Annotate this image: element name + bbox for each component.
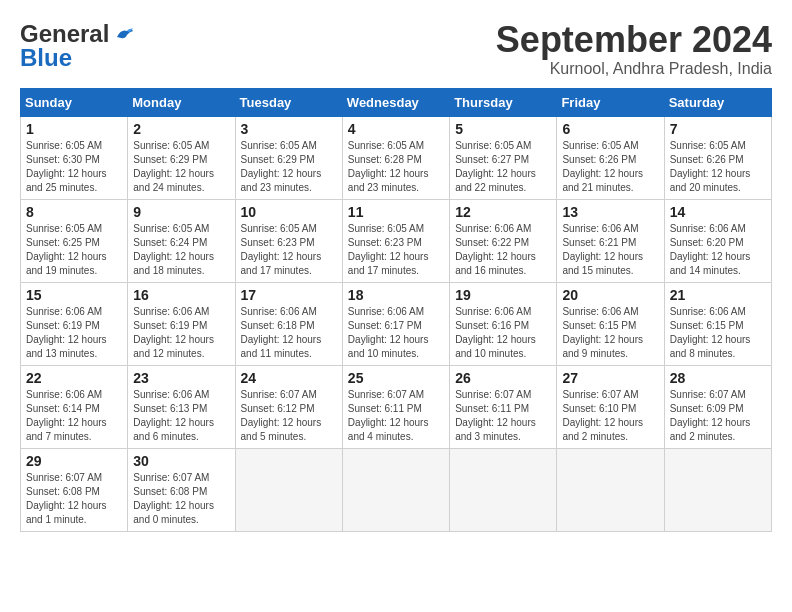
day-number: 21 [670,287,766,303]
calendar-cell: 9 Sunrise: 6:05 AM Sunset: 6:24 PM Dayli… [128,199,235,282]
logo-bird-icon [113,23,135,45]
day-info: Sunrise: 6:06 AM Sunset: 6:19 PM Dayligh… [26,306,107,359]
calendar-cell: 20 Sunrise: 6:06 AM Sunset: 6:15 PM Dayl… [557,282,664,365]
day-number: 10 [241,204,337,220]
day-info: Sunrise: 6:05 AM Sunset: 6:23 PM Dayligh… [241,223,322,276]
col-sunday: Sunday [21,88,128,116]
day-number: 2 [133,121,229,137]
day-info: Sunrise: 6:05 AM Sunset: 6:26 PM Dayligh… [562,140,643,193]
calendar-cell: 25 Sunrise: 6:07 AM Sunset: 6:11 PM Dayl… [342,365,449,448]
day-info: Sunrise: 6:05 AM Sunset: 6:29 PM Dayligh… [241,140,322,193]
day-number: 19 [455,287,551,303]
calendar-cell: 11 Sunrise: 6:05 AM Sunset: 6:23 PM Dayl… [342,199,449,282]
col-wednesday: Wednesday [342,88,449,116]
calendar-cell: 16 Sunrise: 6:06 AM Sunset: 6:19 PM Dayl… [128,282,235,365]
day-number: 13 [562,204,658,220]
calendar-cell: 2 Sunrise: 6:05 AM Sunset: 6:29 PM Dayli… [128,116,235,199]
day-info: Sunrise: 6:05 AM Sunset: 6:29 PM Dayligh… [133,140,214,193]
day-number: 3 [241,121,337,137]
day-number: 23 [133,370,229,386]
day-number: 11 [348,204,444,220]
day-number: 7 [670,121,766,137]
day-info: Sunrise: 6:06 AM Sunset: 6:15 PM Dayligh… [670,306,751,359]
day-info: Sunrise: 6:07 AM Sunset: 6:12 PM Dayligh… [241,389,322,442]
day-number: 28 [670,370,766,386]
calendar-cell: 14 Sunrise: 6:06 AM Sunset: 6:20 PM Dayl… [664,199,771,282]
day-number: 27 [562,370,658,386]
page-container: General Blue September 2024 Kurnool, And… [20,20,772,532]
day-info: Sunrise: 6:06 AM Sunset: 6:18 PM Dayligh… [241,306,322,359]
calendar-cell: 23 Sunrise: 6:06 AM Sunset: 6:13 PM Dayl… [128,365,235,448]
col-tuesday: Tuesday [235,88,342,116]
day-info: Sunrise: 6:06 AM Sunset: 6:21 PM Dayligh… [562,223,643,276]
day-number: 5 [455,121,551,137]
col-saturday: Saturday [664,88,771,116]
calendar-body: 1 Sunrise: 6:05 AM Sunset: 6:30 PM Dayli… [21,116,772,531]
day-info: Sunrise: 6:06 AM Sunset: 6:13 PM Dayligh… [133,389,214,442]
calendar-table: Sunday Monday Tuesday Wednesday Thursday… [20,88,772,532]
calendar-cell [235,448,342,531]
calendar-cell: 17 Sunrise: 6:06 AM Sunset: 6:18 PM Dayl… [235,282,342,365]
calendar-cell: 21 Sunrise: 6:06 AM Sunset: 6:15 PM Dayl… [664,282,771,365]
day-info: Sunrise: 6:05 AM Sunset: 6:25 PM Dayligh… [26,223,107,276]
day-number: 16 [133,287,229,303]
day-number: 24 [241,370,337,386]
day-info: Sunrise: 6:07 AM Sunset: 6:08 PM Dayligh… [26,472,107,525]
calendar-cell: 3 Sunrise: 6:05 AM Sunset: 6:29 PM Dayli… [235,116,342,199]
calendar-cell: 24 Sunrise: 6:07 AM Sunset: 6:12 PM Dayl… [235,365,342,448]
day-number: 22 [26,370,122,386]
calendar-cell: 19 Sunrise: 6:06 AM Sunset: 6:16 PM Dayl… [450,282,557,365]
day-number: 1 [26,121,122,137]
logo-blue: Blue [20,44,72,72]
calendar-cell: 28 Sunrise: 6:07 AM Sunset: 6:09 PM Dayl… [664,365,771,448]
col-thursday: Thursday [450,88,557,116]
day-info: Sunrise: 6:07 AM Sunset: 6:08 PM Dayligh… [133,472,214,525]
day-number: 12 [455,204,551,220]
calendar-cell: 6 Sunrise: 6:05 AM Sunset: 6:26 PM Dayli… [557,116,664,199]
calendar-cell: 13 Sunrise: 6:06 AM Sunset: 6:21 PM Dayl… [557,199,664,282]
col-friday: Friday [557,88,664,116]
calendar-header-row: Sunday Monday Tuesday Wednesday Thursday… [21,88,772,116]
header: General Blue September 2024 Kurnool, And… [20,20,772,78]
day-info: Sunrise: 6:07 AM Sunset: 6:11 PM Dayligh… [455,389,536,442]
calendar-cell: 22 Sunrise: 6:06 AM Sunset: 6:14 PM Dayl… [21,365,128,448]
calendar-cell: 4 Sunrise: 6:05 AM Sunset: 6:28 PM Dayli… [342,116,449,199]
day-info: Sunrise: 6:06 AM Sunset: 6:19 PM Dayligh… [133,306,214,359]
location-title: Kurnool, Andhra Pradesh, India [496,60,772,78]
day-info: Sunrise: 6:07 AM Sunset: 6:10 PM Dayligh… [562,389,643,442]
day-number: 6 [562,121,658,137]
day-info: Sunrise: 6:05 AM Sunset: 6:26 PM Dayligh… [670,140,751,193]
calendar-cell: 26 Sunrise: 6:07 AM Sunset: 6:11 PM Dayl… [450,365,557,448]
calendar-cell: 30 Sunrise: 6:07 AM Sunset: 6:08 PM Dayl… [128,448,235,531]
day-info: Sunrise: 6:06 AM Sunset: 6:20 PM Dayligh… [670,223,751,276]
day-number: 14 [670,204,766,220]
calendar-cell: 7 Sunrise: 6:05 AM Sunset: 6:26 PM Dayli… [664,116,771,199]
month-year-title: September 2024 [496,20,772,60]
day-number: 8 [26,204,122,220]
calendar-cell [664,448,771,531]
day-info: Sunrise: 6:06 AM Sunset: 6:22 PM Dayligh… [455,223,536,276]
calendar-cell: 10 Sunrise: 6:05 AM Sunset: 6:23 PM Dayl… [235,199,342,282]
calendar-cell: 12 Sunrise: 6:06 AM Sunset: 6:22 PM Dayl… [450,199,557,282]
calendar-cell: 15 Sunrise: 6:06 AM Sunset: 6:19 PM Dayl… [21,282,128,365]
day-number: 30 [133,453,229,469]
day-info: Sunrise: 6:06 AM Sunset: 6:17 PM Dayligh… [348,306,429,359]
day-info: Sunrise: 6:06 AM Sunset: 6:14 PM Dayligh… [26,389,107,442]
day-number: 18 [348,287,444,303]
day-info: Sunrise: 6:05 AM Sunset: 6:30 PM Dayligh… [26,140,107,193]
logo: General Blue [20,20,135,72]
day-number: 17 [241,287,337,303]
day-info: Sunrise: 6:06 AM Sunset: 6:16 PM Dayligh… [455,306,536,359]
calendar-cell: 8 Sunrise: 6:05 AM Sunset: 6:25 PM Dayli… [21,199,128,282]
day-number: 9 [133,204,229,220]
day-info: Sunrise: 6:05 AM Sunset: 6:23 PM Dayligh… [348,223,429,276]
day-info: Sunrise: 6:05 AM Sunset: 6:28 PM Dayligh… [348,140,429,193]
day-info: Sunrise: 6:05 AM Sunset: 6:24 PM Dayligh… [133,223,214,276]
col-monday: Monday [128,88,235,116]
calendar-cell: 29 Sunrise: 6:07 AM Sunset: 6:08 PM Dayl… [21,448,128,531]
day-number: 20 [562,287,658,303]
calendar-cell: 27 Sunrise: 6:07 AM Sunset: 6:10 PM Dayl… [557,365,664,448]
day-info: Sunrise: 6:06 AM Sunset: 6:15 PM Dayligh… [562,306,643,359]
calendar-cell: 1 Sunrise: 6:05 AM Sunset: 6:30 PM Dayli… [21,116,128,199]
day-number: 26 [455,370,551,386]
